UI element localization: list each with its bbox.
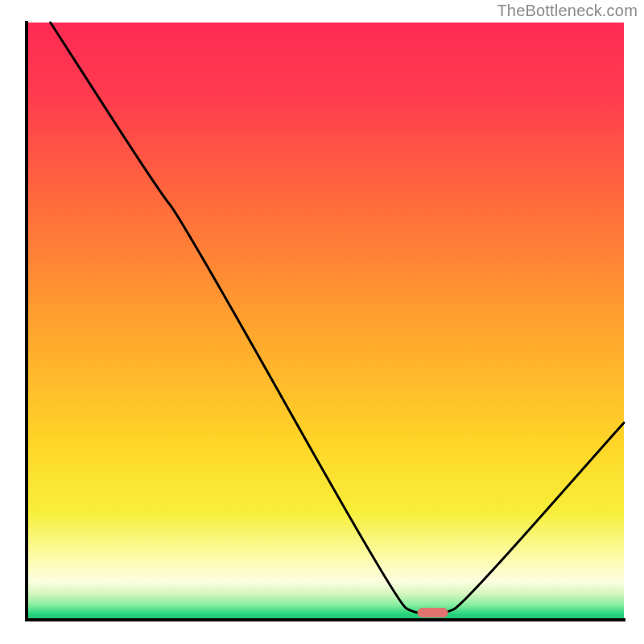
plot-background	[27, 23, 624, 620]
optimal-marker	[418, 608, 448, 617]
bottleneck-chart	[0, 0, 644, 644]
watermark-text: TheBottleneck.com	[497, 2, 638, 20]
chart-container: { "watermark": "TheBottleneck.com", "cha…	[0, 0, 644, 644]
